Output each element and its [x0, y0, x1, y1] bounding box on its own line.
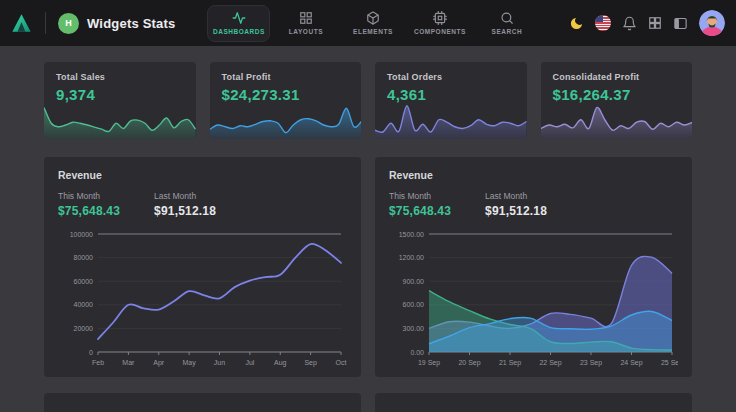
stat-label: Total Profit [222, 72, 350, 82]
svg-text:Mar: Mar [122, 359, 135, 366]
bottom-card-left [44, 393, 361, 412]
apps-grid-icon[interactable] [648, 16, 662, 30]
svg-text:24 Sep: 24 Sep [620, 359, 642, 367]
svg-text:1500.00: 1500.00 [399, 231, 424, 238]
svg-text:60000: 60000 [74, 278, 94, 285]
chart-title: Revenue [58, 169, 347, 181]
page-title: Widgets Stats [87, 16, 175, 31]
stat-value: 4,361 [387, 86, 515, 103]
revenue-card-monthly: Revenue This Month $75,648.43 Last Month… [44, 157, 361, 377]
main-content: Total Sales 9,374 Total Profit $24,273.3… [0, 46, 736, 412]
svg-text:Sep: Sep [304, 359, 317, 367]
svg-text:20000: 20000 [74, 325, 94, 332]
stat-label: Total Orders [387, 72, 515, 82]
svg-text:300.00: 300.00 [403, 325, 425, 332]
svg-text:22 Sep: 22 Sep [539, 359, 561, 367]
svg-text:100000: 100000 [70, 231, 93, 238]
svg-text:40000: 40000 [74, 301, 94, 308]
cpu-icon [433, 11, 447, 25]
nav-item-elements[interactable]: ELEMENTS [341, 5, 404, 42]
total-orders-sparkline [375, 102, 527, 139]
stat-card-consolidated-profit: Consolidated Profit $16,264.37 [541, 62, 693, 139]
nav-item-dashboards[interactable]: DASHBOARDS [207, 5, 270, 42]
moon-icon[interactable] [569, 16, 584, 31]
charts-row: Revenue This Month $75,648.43 Last Month… [44, 157, 692, 377]
stats-row: Total Sales 9,374 Total Profit $24,273.3… [44, 62, 692, 139]
svg-text:20 Sep: 20 Sep [458, 359, 480, 367]
svg-text:21 Sep: 21 Sep [499, 359, 521, 367]
legend-last-month: Last Month $91,512.18 [154, 191, 216, 218]
svg-text:0.00: 0.00 [410, 349, 424, 356]
svg-text:19 Sep: 19 Sep [418, 359, 440, 367]
box-icon [366, 11, 380, 25]
svg-text:25 Sep: 25 Sep [661, 359, 678, 367]
stat-value: $16,264.37 [553, 86, 681, 103]
header-divider [45, 12, 46, 34]
svg-text:Apr: Apr [153, 359, 165, 367]
nav-item-search[interactable]: SEARCH [475, 5, 538, 42]
stat-label: Consolidated Profit [553, 72, 681, 82]
revenue-area-chart: 0.00300.00600.00900.001200.001500.0019 S… [389, 226, 678, 374]
svg-text:Oct: Oct [336, 359, 347, 366]
nav-label: COMPONENTS [414, 28, 466, 35]
bell-icon[interactable] [622, 16, 637, 31]
svg-text:Aug: Aug [274, 359, 287, 367]
bottom-row [44, 393, 692, 412]
header-actions [569, 10, 736, 36]
nav-label: ELEMENTS [353, 28, 393, 35]
nav-label: DASHBOARDS [213, 28, 265, 35]
us-flag-icon[interactable] [595, 15, 611, 31]
svg-text:Jul: Jul [245, 359, 254, 366]
svg-text:900.00: 900.00 [403, 278, 425, 285]
svg-text:23 Sep: 23 Sep [580, 359, 602, 367]
svg-text:May: May [183, 359, 197, 367]
nav-item-components[interactable]: COMPONENTS [408, 5, 471, 42]
stat-card-total-sales: Total Sales 9,374 [44, 62, 196, 139]
nav-label: LAYOUTS [289, 28, 323, 35]
legend-this-month: This Month $75,648.43 [389, 191, 451, 218]
svg-text:1200.00: 1200.00 [399, 254, 424, 261]
svg-text:Feb: Feb [92, 359, 104, 366]
stat-value: 9,374 [56, 86, 184, 103]
svg-text:80000: 80000 [74, 254, 94, 261]
sidebar-toggle-icon[interactable] [673, 16, 688, 31]
revenue-line-chart: 020000400006000080000100000FebMarAprMayJ… [58, 226, 347, 374]
nav-item-layouts[interactable]: LAYOUTS [274, 5, 337, 42]
main-nav: DASHBOARDS LAYOUTS ELEMENTS COMPONENTS S… [207, 5, 538, 42]
stat-card-total-profit: Total Profit $24,273.31 [210, 62, 362, 139]
svg-text:0: 0 [89, 349, 93, 356]
bottom-card-right [375, 393, 692, 412]
search-icon [500, 11, 514, 25]
stat-value: $24,273.31 [222, 86, 350, 103]
consolidated-profit-sparkline [541, 102, 693, 139]
legend-last-month: Last Month $91,512.18 [485, 191, 547, 218]
total-sales-sparkline [44, 102, 196, 139]
activity-icon [232, 11, 246, 25]
legend-this-month: This Month $75,648.43 [58, 191, 120, 218]
grid-icon [299, 11, 313, 25]
revenue-legend: This Month $75,648.43 Last Month $91,512… [389, 191, 678, 218]
chart-title: Revenue [389, 169, 678, 181]
stat-label: Total Sales [56, 72, 184, 82]
nav-label: SEARCH [492, 28, 523, 35]
workspace-badge[interactable]: H [58, 13, 79, 34]
svg-text:Jun: Jun [214, 359, 225, 366]
brand-logo-icon[interactable] [10, 12, 33, 34]
revenue-legend: This Month $75,648.43 Last Month $91,512… [58, 191, 347, 218]
stat-card-total-orders: Total Orders 4,361 [375, 62, 527, 139]
top-bar: H Widgets Stats DASHBOARDS LAYOUTS ELEME… [0, 0, 736, 46]
revenue-card-daily: Revenue This Month $75,648.43 Last Month… [375, 157, 692, 377]
user-avatar[interactable] [699, 10, 725, 36]
brand: H Widgets Stats [0, 12, 175, 34]
svg-text:600.00: 600.00 [403, 301, 425, 308]
total-profit-sparkline [210, 102, 362, 139]
